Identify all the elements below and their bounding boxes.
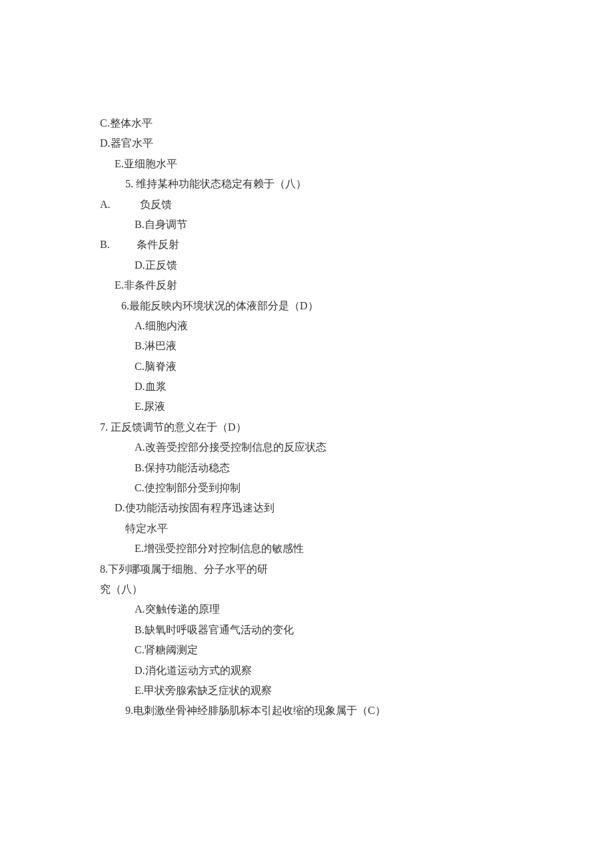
text-line: A.细胞内液: [100, 316, 573, 336]
text-line: C.肾糖阈测定: [100, 640, 573, 660]
text-line: C.脑脊液: [100, 357, 573, 377]
text-line: D.使功能活动按固有程序迅速达到: [100, 498, 573, 518]
text-line: 6.最能反映内环境状况的体液部分是（D）: [100, 296, 573, 316]
text-line: 8.下列哪项属于细胞、分子水平的研: [100, 559, 573, 579]
document-page: C.整体水平D.器官水平E.亚细胞水平5. 维持某种功能状态稳定有赖于（八）A.…: [0, 0, 613, 761]
text-line: A.突触传递的原理: [100, 599, 573, 619]
text-line: B.淋巴液: [100, 336, 573, 356]
text-line: D.血浆: [100, 377, 573, 397]
text-line: C.使控制部分受到抑制: [100, 478, 573, 498]
text-line: A. 负反馈: [100, 195, 573, 215]
text-line: E.增强受控部分对控制信息的敏感性: [100, 539, 573, 559]
text-line: B.保持功能活动稳态: [100, 458, 573, 478]
text-line: B. 条件反射: [100, 235, 573, 255]
text-line: 7. 正反馈调节的意义在于（D）: [100, 417, 573, 437]
text-line: B.自身调节: [100, 215, 573, 235]
text-line: D.消化道运动方式的观察: [100, 661, 573, 681]
text-line: 特定水平: [100, 519, 573, 539]
text-line: B.缺氧时呼吸器官通气活动的变化: [100, 620, 573, 640]
text-line: C.整体水平: [100, 113, 573, 133]
text-line: E.非条件反射: [100, 275, 573, 295]
text-line: E.甲状旁腺索缺乏症状的观察: [100, 681, 573, 701]
text-line: 究（八）: [100, 579, 573, 599]
text-line: D.器官水平: [100, 133, 573, 153]
text-line: 5. 维持某种功能状态稳定有赖于（八）: [100, 174, 573, 194]
text-line: D.正反馈: [100, 255, 573, 275]
text-line: E.尿液: [100, 397, 573, 417]
text-line: A.改善受控部分接受控制信息的反应状态: [100, 437, 573, 457]
text-line: E.亚细胞水平: [100, 154, 573, 174]
text-line: 9.电刺激坐骨神经腓肠肌标本引起收缩的现象属于（C）: [100, 701, 573, 721]
